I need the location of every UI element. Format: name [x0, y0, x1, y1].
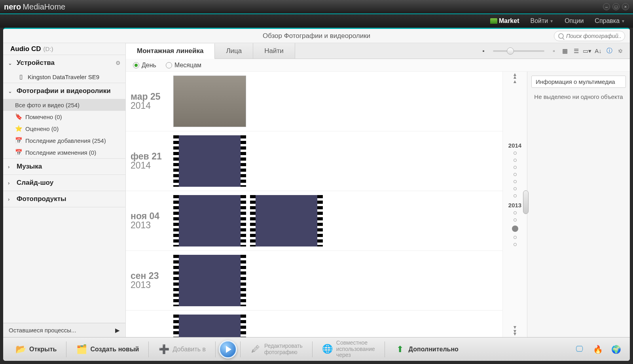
search-icon — [558, 33, 564, 39]
monitor-icon[interactable]: 🖵 — [574, 344, 585, 355]
photo-thumb[interactable] — [173, 76, 246, 127]
scroll-up-icon[interactable]: ▲ — [513, 79, 517, 84]
sidebar-processes[interactable]: Оставшиеся процессы...▶ — [3, 323, 125, 337]
slider-knob[interactable] — [507, 47, 514, 55]
info-title: Информация о мультимедиа — [531, 76, 626, 88]
search-input[interactable] — [566, 33, 621, 39]
market-link[interactable]: Market — [490, 17, 519, 25]
folder-icon: 📂 — [15, 344, 26, 355]
sidebar-section-music[interactable]: ›Музыка — [3, 159, 125, 174]
usb-icon: ▯ — [17, 73, 25, 80]
more-button[interactable]: ⬆Дополнительно — [388, 341, 465, 357]
date-group: ноя 042013 — [126, 191, 502, 251]
options-menu[interactable]: Опции — [565, 17, 584, 25]
gear-icon[interactable]: ⚙ — [116, 60, 121, 66]
date-group: мар 252014 — [126, 72, 502, 131]
sidebar-item-rated[interactable]: ⭐Оценено (0) — [3, 123, 125, 135]
login-menu[interactable]: Войти▼ — [530, 17, 553, 25]
video-thumb[interactable] — [250, 195, 323, 246]
scroll-top-icon[interactable]: ▲▲ — [513, 73, 517, 79]
chevron-right-icon: › — [8, 180, 13, 186]
timeline-year[interactable]: 2013 — [508, 202, 521, 209]
close-button[interactable]: × — [622, 3, 629, 10]
sidebar-item-tagged[interactable]: 🔖Помечено (0) — [3, 111, 125, 123]
grid-view-icon[interactable]: ▦ — [561, 47, 569, 55]
tab-find[interactable]: Найти — [253, 43, 295, 59]
video-thumb[interactable] — [173, 195, 246, 246]
maximize-button[interactable]: □ — [612, 3, 620, 10]
share-button[interactable]: 🌐Совместноеиспользованиечерез — [316, 337, 381, 360]
video-thumb[interactable] — [173, 315, 246, 337]
fire-icon[interactable]: 🔥 — [593, 344, 603, 355]
open-button[interactable]: 📂Открыть — [9, 341, 63, 357]
market-icon — [490, 18, 497, 24]
sort-icon[interactable]: A↓ — [594, 47, 602, 55]
year-timeline[interactable]: ▲▲ ▲ 2014 2013 ▼ ▼▼ — [502, 72, 527, 337]
upload-icon: ⬆ — [394, 344, 406, 355]
radio-month[interactable]: Месяцам — [166, 62, 201, 69]
info-icon[interactable]: ⓘ — [605, 47, 613, 55]
calendar-icon: 📅 — [15, 137, 22, 144]
settings-icon[interactable]: ⛭ — [616, 47, 624, 55]
menubar: Market Войти▼ Опции Справка▼ — [0, 13, 633, 28]
group-date: фев 212014 — [126, 152, 173, 170]
globe-icon[interactable]: 🌍 — [611, 344, 621, 355]
edit-icon: 🖉 — [250, 344, 261, 355]
timeline-handle[interactable] — [523, 190, 529, 214]
sidebar-section-devices[interactable]: ⌄ Устройства ⚙ — [3, 55, 125, 71]
play-button[interactable] — [219, 340, 237, 358]
tag-icon: 🔖 — [15, 113, 22, 120]
thumb-large-icon[interactable]: ▫ — [550, 47, 558, 55]
create-icon: 🗂️ — [76, 344, 87, 355]
edit-photo-button[interactable]: 🖉Редактироватьфотографию — [244, 341, 309, 358]
list-view-icon[interactable]: ☰ — [572, 47, 580, 55]
plus-icon: ➕ — [158, 344, 169, 355]
view-tools: ▪ ▫ ▦ ☰ ▭▾ A↓ ⓘ ⛭ — [479, 43, 630, 59]
sidebar-section-slideshow[interactable]: ›Слайд-шоу — [3, 175, 125, 191]
search-box[interactable] — [554, 31, 625, 41]
main-area: Монтажная линейка Лица Найти ▪ ▫ ▦ ☰ ▭▾ … — [126, 43, 630, 337]
sidebar-item-recent-added[interactable]: 📅Последние добавления (254) — [3, 135, 125, 146]
filter-icon[interactable]: ▭▾ — [583, 47, 591, 55]
filter-row: День Месяцам — [126, 59, 630, 72]
radio-day[interactable]: День — [133, 62, 156, 69]
star-icon: ⭐ — [15, 125, 22, 132]
date-group: фев 212014 — [126, 131, 502, 191]
chevron-right-icon: › — [8, 164, 13, 170]
group-date: ноя 042013 — [126, 212, 173, 230]
sidebar-item-recent-changed[interactable]: 📅Последние изменения (0) — [3, 146, 125, 158]
info-empty: Не выделено ни одного объекта — [531, 93, 626, 100]
create-new-button[interactable]: 🗂️Создать новый — [70, 341, 145, 357]
sidebar-item-all[interactable]: Все фото и видео (254) — [3, 99, 125, 111]
date-group — [126, 311, 502, 337]
timeline-year[interactable]: 2014 — [508, 142, 521, 149]
chevron-down-icon: ⌄ — [8, 88, 13, 94]
video-thumb[interactable] — [173, 255, 246, 306]
sidebar-item-device[interactable]: ▯ Kingston DataTraveler SE9 — [3, 71, 125, 83]
calendar-icon: 📅 — [15, 149, 22, 156]
scroll-bottom-icon[interactable]: ▼▼ — [513, 330, 517, 336]
media-groups: мар 252014 фев 212014 ноя 042013 — [126, 72, 502, 337]
thumb-small-icon[interactable]: ▪ — [479, 47, 487, 55]
tab-timeline[interactable]: Монтажная линейка — [126, 44, 215, 59]
date-group: сен 232013 — [126, 251, 502, 311]
radio-on-icon — [133, 62, 139, 68]
video-thumb[interactable] — [173, 135, 246, 187]
help-menu[interactable]: Справка▼ — [595, 17, 625, 25]
bottom-toolbar: 📂Открыть 🗂️Создать новый ➕Добавить в 🖉Ре… — [3, 337, 630, 361]
radio-off-icon — [166, 62, 172, 68]
tab-row: Монтажная линейка Лица Найти ▪ ▫ ▦ ☰ ▭▾ … — [126, 43, 630, 59]
add-to-button[interactable]: ➕Добавить в — [152, 341, 212, 357]
caret-icon: ▼ — [621, 19, 625, 23]
sidebar-section-photos[interactable]: ⌄ Фотографии и видеоролики — [3, 83, 125, 99]
tab-faces[interactable]: Лица — [215, 43, 253, 59]
share-icon: 🌐 — [322, 343, 333, 355]
sidebar-audio-cd[interactable]: Audio CD(D:) — [3, 43, 125, 55]
app-logo: neroMediaHome — [4, 2, 65, 11]
sidebar-section-photoproducts[interactable]: ›Фотопродукты — [3, 191, 125, 207]
minimize-button[interactable]: – — [603, 3, 610, 10]
zoom-slider[interactable] — [493, 50, 544, 52]
chevron-down-icon: ⌄ — [8, 60, 13, 66]
sidebar: Audio CD(D:) ⌄ Устройства ⚙ ▯ Kingston D… — [3, 43, 126, 337]
info-panel: Информация о мультимедиа Не выделено ни … — [527, 72, 630, 337]
